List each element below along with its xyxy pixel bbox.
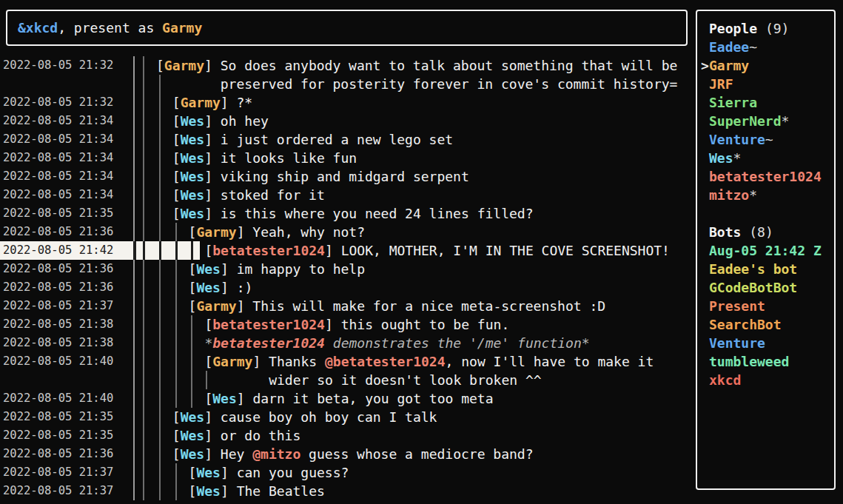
message-timestamp: 2022-08-05 21:40 xyxy=(3,352,113,371)
people-list-item[interactable]: betatester1024 xyxy=(709,167,822,186)
message-fragment: ] xyxy=(221,95,237,110)
chat-message-row[interactable]: 2022-08-05 21:35[Wes] or do this xyxy=(0,426,696,445)
thread-guide-bar xyxy=(159,223,161,241)
thread-guide-bar xyxy=(143,204,144,223)
bots-list-item[interactable]: Present xyxy=(709,297,765,315)
person-name: Venture xyxy=(709,132,765,147)
people-list-item[interactable]: SuperNerd* xyxy=(709,112,789,130)
bots-section-header: Bots (8) xyxy=(709,223,773,241)
bots-list-item[interactable]: SearchBot xyxy=(709,315,782,334)
chat-message-row[interactable]: 2022-08-05 21:40[Wes] darn it beta, you … xyxy=(0,389,696,408)
bots-list-item[interactable]: Venture xyxy=(709,334,765,352)
message-text: [Garmy] Thanks @betatester1024, now I'll… xyxy=(204,352,654,371)
message-timestamp: 2022-08-05 21:34 xyxy=(3,130,113,149)
message-fragment: can you guess? xyxy=(237,465,349,480)
message-fragment: ?* xyxy=(237,95,253,110)
chat-message-row[interactable]: 2022-08-05 21:35[Wes] cause boy oh boy c… xyxy=(0,408,696,426)
message-text: [Wes] oh hey xyxy=(172,112,269,130)
chat-message-row[interactable]: 2022-08-05 21:32[Garmy] So does anybody … xyxy=(0,56,696,75)
people-list-item[interactable]: Eadee~ xyxy=(709,38,757,56)
message-fragment: ] xyxy=(221,483,237,499)
message-fragment: [ xyxy=(204,243,212,258)
chat-message-row[interactable]: 2022-08-05 21:34[Wes] viking ship and mi… xyxy=(0,167,696,186)
gutter-separator xyxy=(133,260,135,278)
chat-message-row[interactable]: 2022-08-05 21:34[Wes] stoked for it xyxy=(0,186,696,204)
thread-guide-bar xyxy=(175,334,177,352)
people-list-item[interactable]: Wes* xyxy=(709,149,741,167)
thread-guide-bar xyxy=(159,334,161,352)
chat-message-row[interactable]: 2022-08-05 21:34[Wes] i just ordered a n… xyxy=(0,130,696,149)
message-timestamp: 2022-08-05 21:35 xyxy=(3,408,113,426)
bot-name: tumbleweed xyxy=(709,354,789,369)
thread-guide-bar xyxy=(175,278,177,297)
message-fragment: [ xyxy=(172,206,181,221)
nick-name: @betatester1024 xyxy=(325,354,446,369)
message-fragment: Hey xyxy=(221,446,252,462)
bots-list-item[interactable]: GCodeBotBot xyxy=(709,278,797,297)
chat-message-row[interactable]: 2022-08-05 21:40[Garmy] Thanks @betatest… xyxy=(0,352,696,371)
message-fragment: ] xyxy=(204,169,221,184)
people-list-item[interactable]: mitzo* xyxy=(709,186,757,204)
gutter-separator xyxy=(133,445,135,463)
chat-message-continuation-row: wider so it doesn't look broken ^^ xyxy=(0,371,696,389)
thread-guide-bar xyxy=(159,315,161,334)
gutter-separator xyxy=(133,130,135,149)
message-fragment: [ xyxy=(204,317,212,332)
message-fragment: LOOK, MOTHER, I'M IN THE COVE SCREENSHOT… xyxy=(341,243,670,258)
gutter-separator xyxy=(133,408,135,426)
chat-message-row[interactable]: 2022-08-05 21:34[Wes] oh hey xyxy=(0,112,696,130)
thread-guide-bar xyxy=(143,167,144,186)
thread-guide-bar xyxy=(175,260,177,278)
message-timestamp: 2022-08-05 21:38 xyxy=(3,315,113,334)
nick-name: Garmy xyxy=(181,95,221,110)
chat-message-row[interactable]: 2022-08-05 21:36[Wes] Hey @mitzo guess w… xyxy=(0,445,696,463)
message-text: [Garmy] ?* xyxy=(172,93,252,112)
message-fragment: [ xyxy=(172,409,181,425)
chat-message-row[interactable]: 2022-08-05 21:36[Wes] :) xyxy=(0,278,696,297)
chat-message-row[interactable]: 2022-08-05 21:37[Wes] can you guess? xyxy=(0,463,696,482)
message-timestamp: 2022-08-05 21:34 xyxy=(3,112,113,130)
message-text: [Garmy] So does anybody want to talk abo… xyxy=(156,56,677,75)
presence-suffix: ~ xyxy=(765,132,773,147)
thread-guide-bar xyxy=(159,278,161,297)
chat-message-row[interactable]: 2022-08-05 21:38[betatester1024] this ou… xyxy=(0,315,696,334)
message-text: [Wes] darn it beta, you got too meta xyxy=(204,389,493,408)
people-list-item[interactable]: Venture~ xyxy=(709,130,773,149)
people-list-item[interactable]: Sierra xyxy=(709,93,757,112)
thread-guide-bar xyxy=(143,334,144,352)
bots-list-item[interactable]: Aug-05 21:42 Z xyxy=(709,241,822,260)
bots-title: Bots xyxy=(709,224,741,240)
chat-message-row[interactable]: 2022-08-05 21:42[betatester1024] LOOK, M… xyxy=(0,241,696,260)
message-fragment: :) xyxy=(237,280,253,295)
chat-message-row[interactable]: 2022-08-05 21:32[Garmy] ?* xyxy=(0,93,696,112)
chat-message-row[interactable]: 2022-08-05 21:36[Wes] im happy to help xyxy=(0,260,696,278)
message-timestamp: 2022-08-05 21:36 xyxy=(3,445,113,463)
nick-name: betatester1024 xyxy=(212,243,325,258)
chat-message-row[interactable]: 2022-08-05 21:37[Garmy] This will make f… xyxy=(0,297,696,315)
message-fragment: [ xyxy=(189,261,197,277)
bots-list-item[interactable]: tumbleweed xyxy=(709,352,789,371)
message-fragment: preserved for posterity forever in cove'… xyxy=(221,76,678,92)
bot-name: Venture xyxy=(709,335,765,351)
message-fragment: ] xyxy=(221,280,237,295)
message-text: [betatester1024] LOOK, MOTHER, I'M IN TH… xyxy=(204,241,670,260)
person-name: Wes xyxy=(709,150,733,166)
chat-message-row[interactable]: 2022-08-05 21:36[Garmy] Yeah, why not? xyxy=(0,223,696,241)
chat-message-row[interactable]: 2022-08-05 21:37[Wes] The Beatles xyxy=(0,482,696,500)
chat-message-row[interactable]: 2022-08-05 21:35[Wes] is this where you … xyxy=(0,204,696,223)
message-timestamp: 2022-08-05 21:35 xyxy=(3,426,113,445)
presence-suffix: * xyxy=(749,187,757,203)
bots-list-item[interactable]: xkcd xyxy=(709,371,741,389)
chat-message-row[interactable]: 2022-08-05 21:34[Wes] it looks like fun xyxy=(0,149,696,167)
people-list-item[interactable]: JRF xyxy=(709,75,733,93)
current-user-marker: > xyxy=(701,56,709,75)
message-fragment: [ xyxy=(189,465,197,480)
message-text: preserved for posterity forever in cove'… xyxy=(221,75,678,93)
people-list-item[interactable]: >Garmy xyxy=(709,56,749,75)
chat-message-row[interactable]: 2022-08-05 21:38*betatester1024 demonstr… xyxy=(0,334,696,352)
message-fragment: , now I'll have to make it xyxy=(446,354,654,369)
thread-guide-bar xyxy=(159,463,161,482)
message-fragment: ] xyxy=(252,354,269,369)
bots-list-item[interactable]: Eadee's bot xyxy=(709,260,797,278)
message-fragment: [ xyxy=(189,280,197,295)
